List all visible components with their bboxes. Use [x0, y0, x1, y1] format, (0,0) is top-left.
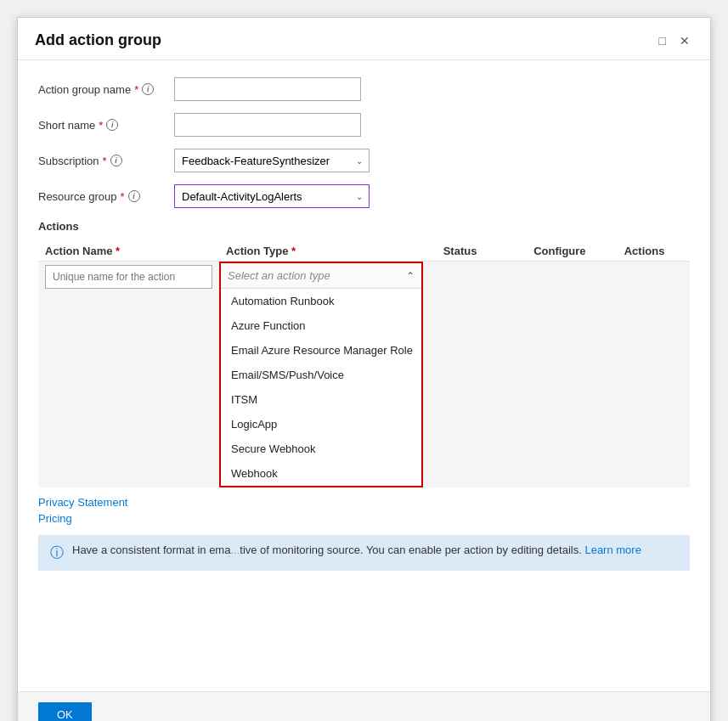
option-email-sms-push-voice[interactable]: Email/SMS/Push/Voice: [221, 363, 421, 387]
action-type-options-list: Automation Runbook Azure Function Email …: [221, 289, 421, 486]
learn-more-link[interactable]: Learn more: [584, 544, 641, 556]
actions-cell: [618, 262, 690, 488]
info-banner: ⓘ Have a consistent format in ema...tive…: [38, 535, 690, 571]
table-header-row: Action Name * Action Type * Status Confi…: [38, 241, 690, 262]
option-webhook[interactable]: Webhook: [221, 461, 421, 486]
action-type-cell: Select an action type ⌃ Automation Runbo…: [219, 262, 437, 488]
required-star: *: [134, 83, 138, 96]
action-name-header: Action Name *: [38, 241, 219, 262]
short-name-row: Short name * i: [38, 113, 690, 137]
add-action-group-dialog: Add action group □ ✕ Action group name *…: [17, 17, 711, 721]
actions-section-title: Actions: [38, 220, 690, 233]
configure-header: Configure: [527, 241, 618, 262]
pricing-link[interactable]: Pricing: [38, 512, 690, 525]
minimize-button[interactable]: □: [656, 32, 669, 49]
short-name-label: Short name * i: [38, 119, 174, 132]
close-button[interactable]: ✕: [676, 32, 693, 49]
actions-header: Actions: [618, 241, 690, 262]
action-name-input[interactable]: [45, 265, 212, 289]
info-icon-subscription[interactable]: i: [110, 155, 122, 166]
dialog-body: Action group name * i Short name * i Sub…: [18, 60, 710, 691]
action-type-selected[interactable]: Select an action type ⌃: [221, 263, 421, 289]
info-banner-text: Have a consistent format in ema...tive o…: [72, 544, 641, 556]
action-type-header: Action Type *: [219, 241, 437, 262]
info-icon-resource-group[interactable]: i: [128, 190, 140, 202]
action-type-dropdown[interactable]: Select an action type ⌃ Automation Runbo…: [219, 262, 423, 487]
status-header: Status: [437, 241, 528, 262]
subscription-select-wrapper: Feedback-FeatureSynthesizer ⌄: [174, 149, 370, 172]
action-type-placeholder: Select an action type: [228, 269, 330, 282]
short-name-input[interactable]: [174, 113, 361, 137]
action-name-cell: [38, 262, 219, 488]
option-email-azure-resource-manager-role[interactable]: Email Azure Resource Manager Role: [221, 338, 421, 363]
option-itsm[interactable]: ITSM: [221, 387, 421, 412]
required-star-short: *: [99, 119, 103, 132]
subscription-row: Subscription * i Feedback-FeatureSynthes…: [38, 149, 690, 172]
ok-button[interactable]: OK: [38, 702, 92, 721]
configure-cell: [527, 262, 618, 488]
privacy-statement-link[interactable]: Privacy Statement: [38, 496, 690, 509]
resource-group-select[interactable]: Default-ActivityLogAlerts: [174, 184, 370, 208]
links-section: Privacy Statement Pricing: [38, 496, 690, 525]
resource-group-select-wrapper: Default-ActivityLogAlerts ⌄: [174, 184, 370, 208]
action-group-name-row: Action group name * i: [38, 77, 690, 101]
action-group-name-input[interactable]: [174, 77, 361, 101]
table-row: Select an action type ⌃ Automation Runbo…: [38, 262, 690, 488]
info-banner-icon: ⓘ: [50, 544, 64, 562]
option-secure-webhook[interactable]: Secure Webhook: [221, 437, 421, 461]
info-icon-short-name[interactable]: i: [106, 119, 118, 131]
dialog-header-icons: □ ✕: [656, 32, 693, 49]
dialog-title: Add action group: [35, 31, 161, 49]
resource-group-label: Resource group * i: [38, 190, 174, 203]
subscription-label: Subscription * i: [38, 155, 174, 167]
action-group-name-label: Action group name * i: [38, 83, 174, 96]
option-automation-runbook[interactable]: Automation Runbook: [221, 289, 421, 313]
dialog-header: Add action group □ ✕: [18, 18, 710, 60]
actions-table: Action Name * Action Type * Status Confi…: [38, 241, 690, 487]
dialog-footer: OK: [18, 691, 710, 721]
option-azure-function[interactable]: Azure Function: [221, 313, 421, 338]
required-star-rg: *: [121, 190, 125, 203]
resource-group-row: Resource group * i Default-ActivityLogAl…: [38, 184, 690, 208]
status-cell: [437, 262, 528, 488]
info-icon-action-group[interactable]: i: [142, 83, 154, 95]
option-logicapp[interactable]: LogicApp: [221, 412, 421, 437]
subscription-select[interactable]: Feedback-FeatureSynthesizer: [174, 149, 370, 172]
required-star-sub: *: [103, 155, 107, 167]
action-type-chevron-icon: ⌃: [406, 270, 415, 282]
